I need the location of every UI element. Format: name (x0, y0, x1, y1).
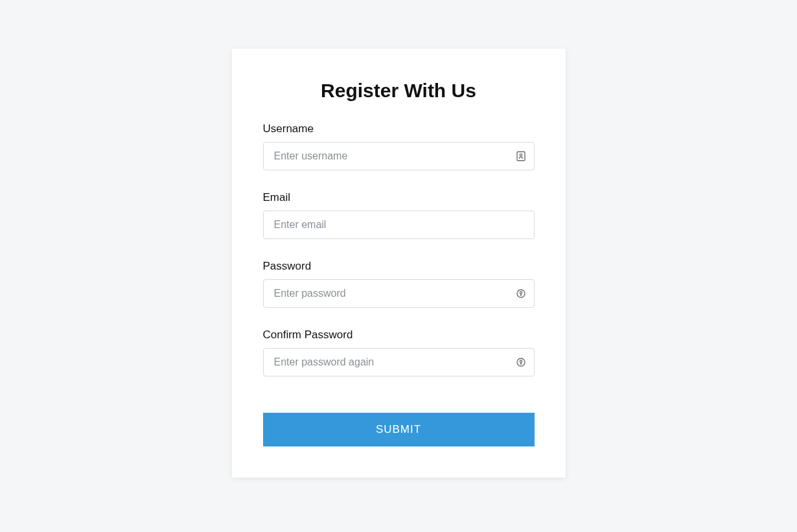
password-input[interactable] (263, 279, 535, 308)
password-group: Password (263, 260, 535, 308)
confirm-password-label: Confirm Password (263, 329, 535, 341)
submit-button[interactable]: SUBMIT (263, 413, 535, 446)
confirm-password-input[interactable] (263, 348, 535, 376)
username-input[interactable] (263, 142, 535, 170)
confirm-password-group: Confirm Password (263, 329, 535, 376)
password-input-wrapper (263, 279, 535, 308)
email-input-wrapper (263, 211, 535, 239)
register-card: Register With Us Username Email Password (232, 49, 566, 478)
email-input[interactable] (263, 211, 535, 239)
email-group: Email (263, 191, 535, 239)
email-label: Email (263, 191, 535, 204)
username-input-wrapper (263, 142, 535, 170)
confirm-password-input-wrapper (263, 348, 535, 376)
username-group: Username (263, 122, 535, 170)
password-label: Password (263, 260, 535, 273)
username-label: Username (263, 122, 535, 135)
page-title: Register With Us (263, 80, 535, 102)
